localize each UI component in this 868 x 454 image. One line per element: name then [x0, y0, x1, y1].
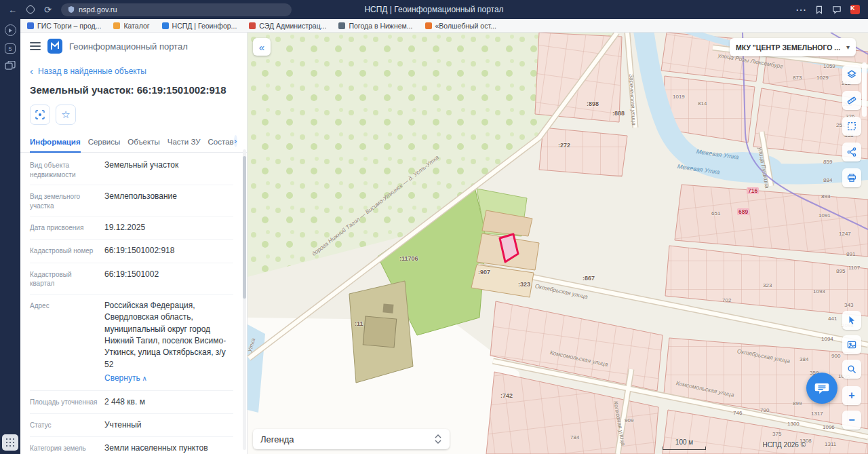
focus-on-map-button[interactable]: [30, 105, 50, 125]
map-attribution: НСПД 2026 ©: [762, 441, 806, 449]
scale-label: 100 м: [675, 438, 693, 446]
screenshot-button[interactable]: [842, 335, 861, 354]
bookmark-favicon: [162, 22, 169, 29]
field-value: 2 448 кв. м: [104, 396, 233, 408]
ruler-button[interactable]: [842, 91, 861, 110]
print-icon: [846, 172, 857, 183]
tab[interactable]: Сервисы: [88, 134, 121, 152]
select-area-button[interactable]: [842, 117, 861, 136]
play-button[interactable]: [5, 24, 16, 36]
field-value-text: Российская Федерация, Свердловская облас…: [104, 301, 226, 369]
bookmark-item[interactable]: НСПД | Геоинфор...: [162, 22, 237, 30]
tabs-count-button[interactable]: 5: [5, 43, 16, 54]
search-area-button[interactable]: [842, 360, 861, 379]
app-title: Геоинформационный портал: [69, 41, 188, 52]
more-icon[interactable]: ⋯: [795, 3, 806, 16]
refresh-icon[interactable]: ⟳: [44, 5, 52, 15]
bookmark-item[interactable]: ГИС Торги – прод...: [27, 22, 101, 30]
scale-bar: 100 м: [663, 438, 706, 450]
collapse-address-link[interactable]: Свернуть: [104, 373, 147, 384]
bookmark-favicon: [425, 22, 432, 29]
field-value: 66:19:1501002:918: [104, 245, 233, 257]
field-row: Адрес Российская Федерация, Свердловская…: [30, 295, 233, 391]
bookmark-favicon: [249, 22, 256, 29]
tab[interactable]: Части ЗУ: [167, 134, 201, 152]
tabs-overflow-button[interactable]: ›: [234, 135, 237, 147]
site-security-icon: [68, 5, 75, 14]
field-value-text: Земельный участок: [104, 160, 178, 170]
layers-button[interactable]: [842, 65, 861, 84]
cursor-icon: [846, 315, 857, 326]
share-button[interactable]: [842, 143, 861, 162]
tab[interactable]: Объекты: [127, 134, 159, 152]
field-row: Вид земельного участка Землепользование: [30, 185, 233, 216]
organization-selector[interactable]: МКУ "ЦЕНТР ЗЕМЕЛЬНОГО ... ▾: [730, 38, 856, 56]
cursor-button[interactable]: [842, 311, 861, 330]
legend-bar[interactable]: Легенда: [253, 429, 450, 449]
bookmark-label: «Волшебный ост...: [435, 22, 496, 30]
site-info-icon[interactable]: [26, 5, 35, 14]
chat-button[interactable]: [806, 373, 837, 404]
bookmark-label: ГИС Торги – прод...: [37, 22, 101, 30]
field-value: 19.12.2025: [104, 222, 233, 233]
messenger-icon[interactable]: [832, 5, 842, 14]
browser-side-strip: 5: [0, 19, 20, 454]
star-icon: ☆: [61, 109, 70, 121]
tabs-bar: ИнформацияСервисыОбъектыЧасти ЗУСостав ›: [20, 134, 247, 153]
field-value: Землепользование: [104, 191, 233, 210]
field-label: Площадь уточненная: [30, 396, 98, 408]
collections-icon[interactable]: [5, 61, 16, 71]
field-row: Кадастровый номер 66:19:1501002:918: [30, 240, 233, 263]
object-actions: ☆: [30, 105, 237, 125]
field-value: Земли населенных пунктов: [104, 442, 233, 454]
focus-on-map-icon: [35, 109, 45, 120]
share-icon: [846, 147, 857, 157]
browser-back-icon[interactable]: ←: [8, 5, 17, 15]
bookmark-favicon: [338, 22, 345, 29]
field-value: Российская Федерация, Свердловская облас…: [104, 300, 233, 385]
nspd-logo: [47, 39, 62, 54]
zoom-out-button[interactable]: −: [842, 411, 861, 430]
field-label: Кадастровый квартал: [30, 269, 98, 288]
zoom-in-button[interactable]: +: [842, 386, 861, 405]
select-area-icon: [846, 121, 857, 132]
favorite-button[interactable]: ☆: [56, 105, 76, 125]
zoom-controls: + −: [842, 386, 861, 430]
organization-selector-label: МКУ "ЦЕНТР ЗЕМЕЛЬНОГО ...: [736, 43, 840, 52]
bookmark-item[interactable]: Каталог: [113, 22, 149, 30]
bookmark-label: СЭД Администрац...: [259, 22, 326, 30]
services-grid-button[interactable]: [2, 434, 18, 451]
map-scrollbar-thumb[interactable]: [862, 62, 867, 117]
back-link[interactable]: ‹ Назад в найденные объекты: [30, 67, 237, 76]
bookmark-item[interactable]: СЭД Администрац...: [249, 22, 326, 30]
bookmark-label: Каталог: [123, 22, 149, 30]
scale-line: [663, 447, 706, 450]
print-button[interactable]: [842, 168, 861, 187]
menu-icon[interactable]: [30, 40, 41, 52]
k-extension-icon[interactable]: K: [850, 5, 860, 14]
field-value-text: 66:19:1501002:918: [104, 246, 174, 255]
bookmark-favicon: [27, 22, 34, 29]
bookmark-item[interactable]: «Волшебный ост...: [425, 22, 496, 30]
panel-scrollbar-thumb[interactable]: [243, 156, 246, 299]
field-row: Дата присвоения 19.12.2025: [30, 216, 233, 240]
search-area-icon: [846, 364, 857, 375]
collapse-panel-button[interactable]: «: [253, 38, 271, 56]
map-toolbar-top: [842, 65, 861, 187]
address-bar[interactable]: nspd.gov.ru: [61, 3, 292, 16]
url-text: nspd.gov.ru: [79, 5, 117, 14]
chevron-left-icon: ‹: [30, 68, 33, 75]
field-row: Статус Учтенный: [30, 414, 233, 437]
object-fields: Вид объекта недвижимости Земельный участ…: [20, 153, 247, 454]
map-canvas[interactable]: [248, 33, 868, 454]
field-value: Учтенный: [104, 419, 233, 431]
field-label: Вид объекта недвижимости: [30, 159, 98, 179]
field-label: Адрес: [30, 300, 98, 385]
field-label: Вид земельного участка: [30, 191, 98, 210]
panel-header: Геоинформационный портал: [20, 33, 247, 60]
bookmark-icon[interactable]: [815, 5, 823, 14]
tab[interactable]: Информация: [30, 134, 81, 153]
tab[interactable]: Состав: [208, 134, 234, 152]
bookmark-item[interactable]: Погода в Нижнем...: [338, 22, 412, 30]
browser-topbar: ← ⟳ nspd.gov.ru НСПД | Геоинформационный…: [0, 0, 868, 19]
